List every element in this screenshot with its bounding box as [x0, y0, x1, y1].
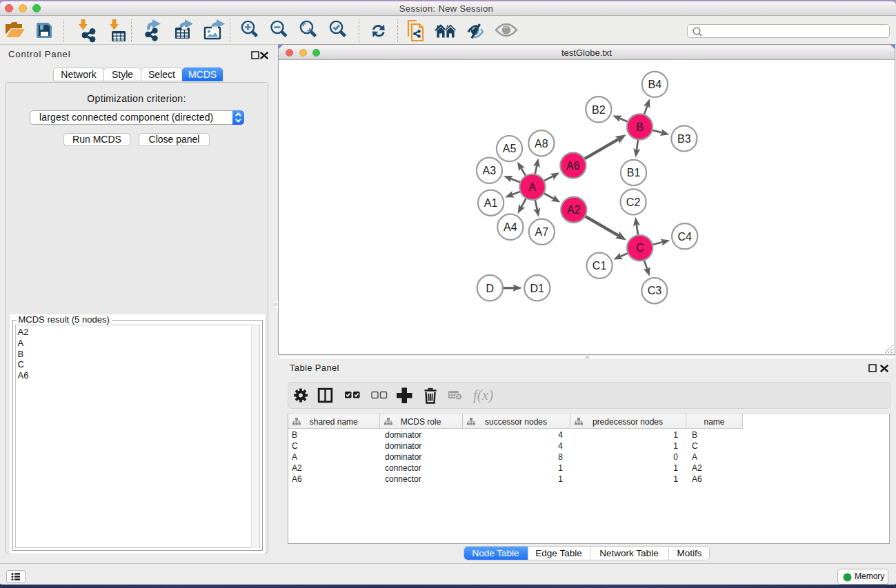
svg-text:B: B	[636, 121, 644, 133]
svg-text:A8: A8	[535, 138, 548, 150]
svg-text:B4: B4	[648, 79, 662, 90]
svg-text:D: D	[486, 283, 495, 294]
svg-text:C4: C4	[677, 231, 692, 243]
svg-text:C: C	[636, 242, 644, 254]
svg-text:B1: B1	[627, 167, 641, 179]
svg-text:A: A	[529, 181, 537, 193]
svg-text:A1: A1	[484, 197, 498, 209]
svg-text:A3: A3	[483, 165, 497, 176]
svg-text:C2: C2	[626, 196, 641, 208]
svg-text:A7: A7	[535, 226, 549, 238]
svg-text:f(x): f(x)	[473, 387, 493, 403]
svg-text:B2: B2	[592, 104, 606, 116]
svg-text:A6: A6	[566, 160, 580, 172]
svg-text:B3: B3	[677, 133, 691, 145]
svg-text:A4: A4	[504, 221, 517, 233]
svg-text:C1: C1	[593, 260, 607, 272]
svg-text:C3: C3	[648, 285, 662, 296]
svg-text:A2: A2	[567, 204, 581, 216]
svg-text:A5: A5	[503, 143, 517, 154]
svg-text:D1: D1	[530, 283, 545, 294]
